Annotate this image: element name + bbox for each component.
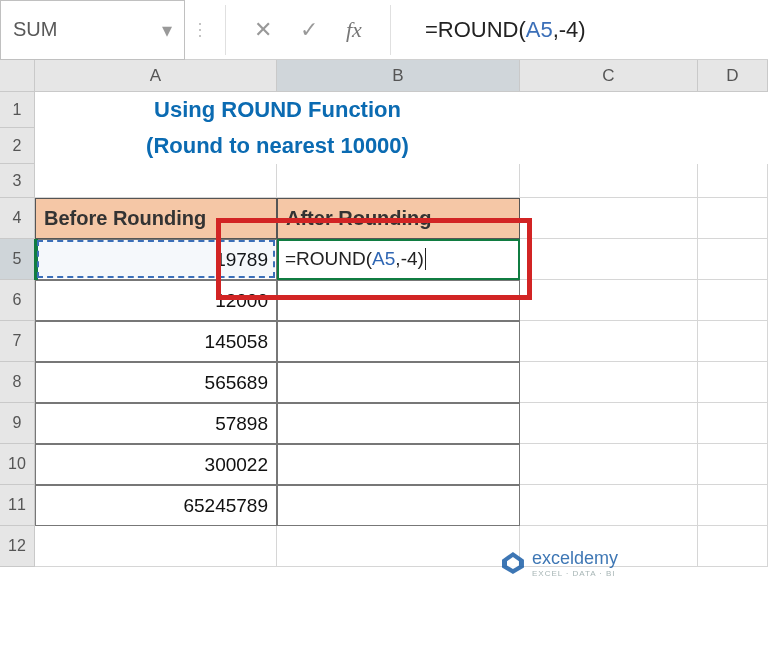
row-10: 10 300022 — [0, 444, 768, 485]
column-header-A[interactable]: A — [35, 60, 277, 91]
cell-C8[interactable] — [520, 362, 698, 403]
select-all-corner[interactable] — [0, 60, 35, 91]
cell-C10[interactable] — [520, 444, 698, 485]
row-11: 11 65245789 — [0, 485, 768, 526]
cell-D1[interactable] — [698, 92, 768, 128]
cell-C3[interactable] — [520, 164, 698, 198]
row-header-10[interactable]: 10 — [0, 444, 35, 485]
cell-D8[interactable] — [698, 362, 768, 403]
cell-C6[interactable] — [520, 280, 698, 321]
formula-input[interactable]: =ROUND(A5,-4) — [401, 17, 768, 43]
row-1: 1 Using ROUND Function — [0, 92, 768, 128]
cell-D5[interactable] — [698, 239, 768, 280]
row-3: 3 — [0, 164, 768, 198]
cell-D12[interactable] — [698, 526, 768, 567]
cell-D11[interactable] — [698, 485, 768, 526]
cell-A10[interactable]: 300022 — [35, 444, 277, 485]
cell-B12[interactable] — [277, 526, 520, 567]
row-5: 5 19789 =ROUND(A5,-4) — [0, 239, 768, 280]
cell-C11[interactable] — [520, 485, 698, 526]
cell-D2[interactable] — [698, 128, 768, 164]
cell-B6[interactable] — [277, 280, 520, 321]
cell-B10[interactable] — [277, 444, 520, 485]
cell-B7[interactable] — [277, 321, 520, 362]
row5-active-marker — [34, 239, 38, 280]
divider — [225, 5, 226, 55]
header-before[interactable]: Before Rounding — [35, 198, 277, 239]
row-6: 6 12000 — [0, 280, 768, 321]
row-12: 12 — [0, 526, 768, 567]
cell-B9[interactable] — [277, 403, 520, 444]
row-header-2[interactable]: 2 — [0, 128, 35, 164]
title-line-1: Using ROUND Function — [35, 92, 520, 128]
row-2: 2 (Round to nearest 10000) — [0, 128, 768, 164]
row-8: 8 565689 — [0, 362, 768, 403]
divider — [390, 5, 391, 55]
text-cursor — [425, 248, 426, 270]
row-header-8[interactable]: 8 — [0, 362, 35, 403]
title-line-2: (Round to nearest 10000) — [35, 128, 520, 164]
formula-bar-grip-icon — [185, 23, 215, 37]
row-header-12[interactable]: 12 — [0, 526, 35, 567]
formula-bar-buttons: ✕ ✓ fx — [236, 17, 380, 43]
logo-icon — [502, 552, 524, 574]
watermark-sub: EXCEL · DATA · BI — [532, 569, 618, 578]
cell-C9[interactable] — [520, 403, 698, 444]
row-header-6[interactable]: 6 — [0, 280, 35, 321]
name-box-value: SUM — [13, 18, 57, 41]
cell-B8[interactable] — [277, 362, 520, 403]
row-header-3[interactable]: 3 — [0, 164, 35, 198]
cell-D7[interactable] — [698, 321, 768, 362]
cell-C7[interactable] — [520, 321, 698, 362]
column-header-B[interactable]: B — [277, 60, 520, 91]
enter-check-icon[interactable]: ✓ — [300, 17, 318, 43]
chevron-down-icon[interactable]: ▾ — [162, 18, 172, 42]
cell-A11[interactable]: 65245789 — [35, 485, 277, 526]
cell-C5[interactable] — [520, 239, 698, 280]
row-header-9[interactable]: 9 — [0, 403, 35, 444]
row-9: 9 57898 — [0, 403, 768, 444]
cell-B5-editing[interactable]: =ROUND(A5,-4) — [277, 239, 520, 280]
row-header-1[interactable]: 1 — [0, 92, 35, 128]
cell-D3[interactable] — [698, 164, 768, 198]
row-header-5[interactable]: 5 — [0, 239, 35, 280]
cell-B3[interactable] — [277, 164, 520, 198]
watermark-name: exceldemy — [532, 548, 618, 569]
row-header-4[interactable]: 4 — [0, 198, 35, 239]
cell-D4[interactable] — [698, 198, 768, 239]
column-header-D[interactable]: D — [698, 60, 768, 91]
cell-A5[interactable]: 19789 — [35, 239, 277, 280]
column-header-C[interactable]: C — [520, 60, 698, 91]
watermark: exceldemy EXCEL · DATA · BI — [502, 548, 618, 578]
header-after[interactable]: After Rounding — [277, 198, 520, 239]
fx-icon[interactable]: fx — [346, 17, 362, 43]
row-7: 7 145058 — [0, 321, 768, 362]
cell-A8[interactable]: 565689 — [35, 362, 277, 403]
spreadsheet-grid[interactable]: A B C D 1 Using ROUND Function 2 (Round … — [0, 60, 768, 567]
cell-C1[interactable] — [520, 92, 698, 128]
cell-D10[interactable] — [698, 444, 768, 485]
cell-C2[interactable] — [520, 128, 698, 164]
name-box[interactable]: SUM ▾ — [0, 0, 185, 60]
row-header-7[interactable]: 7 — [0, 321, 35, 362]
cell-B11[interactable] — [277, 485, 520, 526]
column-headers: A B C D — [0, 60, 768, 92]
cell-A6[interactable]: 12000 — [35, 280, 277, 321]
cancel-icon[interactable]: ✕ — [254, 17, 272, 43]
cell-A12[interactable] — [35, 526, 277, 567]
row-4: 4 Before Rounding After Rounding — [0, 198, 768, 239]
cell-A7[interactable]: 145058 — [35, 321, 277, 362]
cell-D9[interactable] — [698, 403, 768, 444]
formula-bar: SUM ▾ ✕ ✓ fx =ROUND(A5,-4) — [0, 0, 768, 60]
cell-C4[interactable] — [520, 198, 698, 239]
cell-A9[interactable]: 57898 — [35, 403, 277, 444]
row-header-11[interactable]: 11 — [0, 485, 35, 526]
cell-A3[interactable] — [35, 164, 277, 198]
cell-D6[interactable] — [698, 280, 768, 321]
